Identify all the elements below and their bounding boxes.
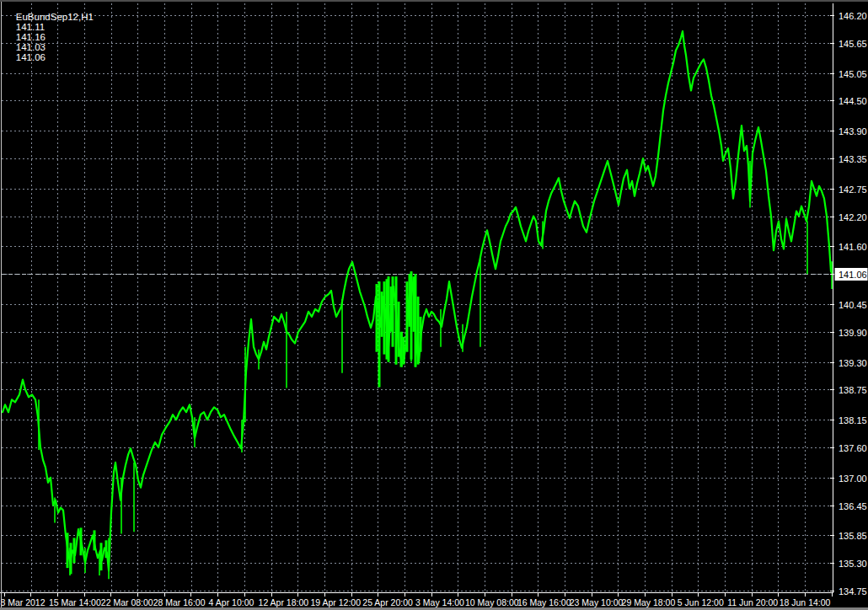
price-tick-label: 139.90 — [839, 328, 867, 338]
window-frame-left — [1, 2, 2, 607]
time-tick-label: 16 May 16:00 — [517, 597, 571, 607]
price-tick-label: 145.65 — [839, 39, 867, 49]
price-tick-label: 134.75 — [839, 586, 867, 597]
chart-title: EuBundSep12,H1 141.11 141.16 141.03 141.… — [5, 2, 101, 72]
time-tick-label: 23 May 10:00 — [570, 597, 624, 607]
ohlc-open: 141.11 — [16, 22, 45, 32]
time-tick-label: 12 Apr 18:00 — [259, 597, 309, 607]
chart-window: 146.20145.65145.05144.50143.90143.35142.… — [0, 0, 868, 610]
price-series — [3, 31, 833, 579]
time-tick-label: 15 Mar 14:00 — [49, 597, 101, 607]
time-tick-label: 22 Mar 08:00 — [101, 597, 153, 607]
price-tick-label: 137.60 — [839, 443, 867, 453]
current-price-box: 141.06 — [835, 268, 868, 281]
price-scale[interactable]: 146.20145.65145.05144.50143.90143.35142.… — [830, 11, 867, 597]
time-tick-label: 29 May 18:00 — [622, 597, 676, 607]
time-tick-label: 28 Mar 16:00 — [153, 597, 206, 607]
price-tick-label: 139.30 — [839, 358, 867, 368]
price-tick-label: 145.05 — [839, 69, 867, 79]
price-tick-label: 138.75 — [839, 385, 867, 395]
price-tick-label: 146.20 — [839, 11, 867, 21]
price-chart[interactable]: 146.20145.65145.05144.50143.90143.35142.… — [0, 0, 868, 610]
price-tick-label: 137.00 — [839, 474, 867, 484]
time-tick-label: 25 Apr 20:00 — [362, 597, 413, 607]
price-tick-label: 136.45 — [839, 501, 867, 511]
time-tick-label: 8 Mar 2012 — [0, 597, 45, 607]
ohlc-close: 141.06 — [16, 52, 46, 62]
price-tick-label: 143.90 — [839, 126, 867, 136]
price-tick-label: 142.20 — [839, 212, 867, 222]
time-tick-label: 11 Jun 20:00 — [727, 597, 778, 607]
current-price-value: 141.06 — [839, 270, 867, 280]
price-tick-label: 135.30 — [839, 559, 867, 569]
price-tick-label: 135.85 — [839, 531, 867, 541]
time-tick-label: 18 Jun 14:00 — [780, 597, 831, 607]
time-scale[interactable]: 8 Mar 201215 Mar 14:0022 Mar 08:0028 Mar… — [0, 593, 832, 607]
window-frame-top — [0, 0, 868, 2]
price-tick-label: 144.50 — [839, 96, 867, 106]
ohlc-high: 141.16 — [16, 32, 46, 42]
symbol-period-label: EuBundSep12,H1 — [16, 12, 94, 22]
time-tick-label: 19 Apr 12:00 — [310, 597, 361, 607]
time-tick-label: 3 May 14:00 — [415, 597, 464, 607]
time-tick-label: 5 Jun 12:00 — [678, 597, 724, 607]
ohlc-low: 141.03 — [16, 42, 46, 52]
price-tick-label: 140.45 — [839, 300, 867, 310]
price-tick-label: 138.15 — [839, 415, 867, 425]
price-tick-label: 141.60 — [839, 242, 867, 252]
time-tick-label: 10 May 08:00 — [465, 597, 519, 607]
price-tick-label: 142.75 — [839, 185, 867, 195]
time-tick-label: 4 Apr 10:00 — [209, 597, 255, 607]
price-tick-label: 143.35 — [839, 154, 867, 164]
